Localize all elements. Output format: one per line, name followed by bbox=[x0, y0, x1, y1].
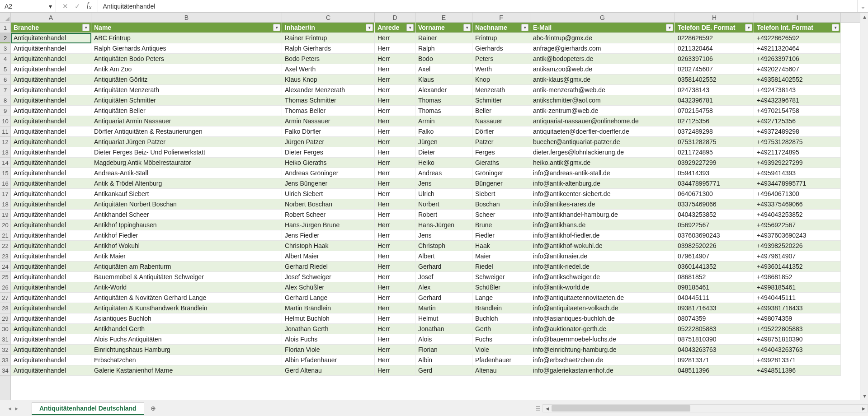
cell[interactable]: +49432396781 bbox=[754, 95, 841, 106]
cell[interactable]: Jens bbox=[415, 230, 472, 241]
sheet-next-icon[interactable]: ▸ bbox=[15, 405, 18, 412]
filter-dropdown-icon[interactable] bbox=[463, 24, 471, 31]
cell[interactable]: +49228626592 bbox=[754, 33, 841, 43]
row-header[interactable]: 20 bbox=[0, 220, 10, 230]
cell[interactable]: Asiantiques Buchloh bbox=[91, 313, 282, 324]
cell[interactable]: info@antiquitaeten-volkach.de bbox=[530, 303, 675, 313]
cell[interactable]: Ralph Gierhards Antiques bbox=[91, 43, 282, 54]
cell[interactable]: 0211724895 bbox=[675, 147, 754, 158]
row-header[interactable]: 21 bbox=[0, 230, 10, 241]
cell[interactable]: +49702154758 bbox=[754, 106, 841, 116]
row-header[interactable]: 16 bbox=[0, 178, 10, 189]
cell[interactable]: +49202745607 bbox=[754, 64, 841, 75]
cell[interactable]: Herr bbox=[375, 168, 415, 178]
cell[interactable]: +4940445111 bbox=[754, 293, 841, 303]
cell[interactable]: abc-frintrup@gmx.de bbox=[530, 33, 675, 43]
cell[interactable]: Antiquitätenhandel bbox=[11, 313, 91, 324]
cell[interactable]: Gerhard bbox=[415, 262, 472, 272]
cell[interactable]: +4924738143 bbox=[754, 85, 841, 95]
cell[interactable]: Bodo Peters bbox=[282, 54, 375, 64]
cell[interactable]: Gerth bbox=[472, 324, 530, 334]
cell[interactable]: Antiquitätenhandel bbox=[11, 54, 91, 64]
cell[interactable]: dieter.ferges@lohnlackierung.de bbox=[530, 147, 675, 158]
cell[interactable]: Antikhof Wokuhl bbox=[91, 241, 282, 251]
cell[interactable]: Gerd Altenau bbox=[282, 365, 375, 376]
table-header-cell[interactable]: Nachname bbox=[472, 23, 530, 33]
cell[interactable]: Antiquitätenhandel bbox=[11, 147, 91, 158]
cell[interactable]: Falko Dörfler bbox=[282, 126, 375, 137]
cell[interactable]: Antiquitäten & Novitäten Gerhard Lange bbox=[91, 293, 282, 303]
row-header[interactable]: 10 bbox=[0, 116, 10, 126]
row-header[interactable]: 3 bbox=[0, 43, 10, 54]
cell[interactable]: heiko.antik@gmx.de bbox=[530, 158, 675, 168]
cell[interactable]: antik-klaus@gmx.de bbox=[530, 75, 675, 85]
row-header[interactable]: 24 bbox=[0, 262, 10, 272]
cell[interactable]: Lange bbox=[472, 293, 530, 303]
cell[interactable]: antiquariat-nassauer@onlinehome.de bbox=[530, 116, 675, 126]
cell[interactable]: info@erbschaetzchen.de bbox=[530, 355, 675, 365]
cell[interactable]: Nassauer bbox=[472, 116, 530, 126]
table-header-cell[interactable]: Telefon DE. Format bbox=[675, 23, 754, 33]
cell[interactable]: Antiquitätenhandel bbox=[11, 85, 91, 95]
cell[interactable]: Thomas Schmitter bbox=[282, 95, 375, 106]
cell[interactable]: Jürgen bbox=[415, 137, 472, 147]
cell[interactable]: Antiquitätenhandel bbox=[11, 199, 91, 210]
row-header[interactable]: 5 bbox=[0, 64, 10, 75]
cell[interactable]: Magdeburg Antik Möbelrestaurator bbox=[91, 158, 282, 168]
cell[interactable]: Gerhard bbox=[415, 293, 472, 303]
scroll-down-icon[interactable]: ▾ bbox=[860, 392, 868, 400]
select-all-cell[interactable] bbox=[0, 13, 11, 23]
cell[interactable]: info@bauernmoebel-fuchs.de bbox=[530, 334, 675, 345]
cell[interactable]: info@antikhans.de bbox=[530, 220, 675, 230]
cell[interactable]: Antikhandel Gerth bbox=[91, 324, 282, 334]
cell[interactable]: Herr bbox=[375, 241, 415, 251]
cell[interactable]: Jonathan Gerth bbox=[282, 324, 375, 334]
cell[interactable]: Scheer bbox=[472, 210, 530, 220]
cell[interactable]: Florian bbox=[415, 345, 472, 355]
cell[interactable]: Alexander Menzerath bbox=[282, 85, 375, 95]
cell[interactable]: +4934478995771 bbox=[754, 178, 841, 189]
cell[interactable]: Gerhard Lange bbox=[282, 293, 375, 303]
cell[interactable]: Brändlein bbox=[472, 303, 530, 313]
cell[interactable]: 04043263763 bbox=[675, 345, 754, 355]
cell[interactable]: Antiquitätenhandel bbox=[11, 189, 91, 199]
cell[interactable]: Herr bbox=[375, 33, 415, 43]
column-header-A[interactable]: A bbox=[11, 13, 91, 22]
cell[interactable]: info@antikschweiger.de bbox=[530, 272, 675, 282]
table-header-cell[interactable]: Telefon Int. Format bbox=[754, 23, 841, 33]
cell[interactable]: Axel Werth bbox=[282, 64, 375, 75]
column-header-H[interactable]: H bbox=[675, 13, 754, 22]
cell[interactable]: Jürgen Patzer bbox=[282, 137, 375, 147]
hscroll-track[interactable] bbox=[551, 405, 859, 412]
sheet-tab-active[interactable]: Antiquitätenhandel Deutschland bbox=[32, 402, 144, 415]
cell[interactable]: Christoph bbox=[415, 241, 472, 251]
table-header-cell[interactable]: Vorname bbox=[415, 23, 472, 33]
cell[interactable]: Antiquitäten Beller bbox=[91, 106, 282, 116]
cell[interactable]: 098185461 bbox=[675, 282, 754, 293]
cell[interactable]: Herr bbox=[375, 313, 415, 324]
row-header[interactable]: 34 bbox=[0, 365, 10, 376]
cell[interactable]: +498074359 bbox=[754, 313, 841, 324]
filter-dropdown-icon[interactable] bbox=[82, 24, 90, 31]
cell[interactable]: info@antikmaier.de bbox=[530, 251, 675, 262]
cell[interactable]: Christoph Haak bbox=[282, 241, 375, 251]
cell[interactable]: Dörfler bbox=[472, 126, 530, 137]
cell[interactable]: Knop bbox=[472, 75, 530, 85]
cell[interactable]: Ferges bbox=[472, 147, 530, 158]
cell[interactable]: +4979614907 bbox=[754, 251, 841, 262]
cell[interactable]: Antiquitätenhandel bbox=[11, 241, 91, 251]
cell[interactable]: Rainer bbox=[415, 33, 472, 43]
cell[interactable]: Jens Büngener bbox=[282, 178, 375, 189]
cell[interactable]: Bauernmöbel & Antiquitäten Schweiger bbox=[91, 272, 282, 282]
cell[interactable]: Antiquitätenhandel bbox=[11, 220, 91, 230]
cell[interactable]: Helmut Buchloh bbox=[282, 313, 375, 324]
cell[interactable]: Robert Scheer bbox=[282, 210, 375, 220]
row-header[interactable]: 7 bbox=[0, 85, 10, 95]
row-header[interactable]: 2 bbox=[0, 33, 10, 43]
cell[interactable]: Robert bbox=[415, 210, 472, 220]
cell[interactable]: Antik & Trödel Altenburg bbox=[91, 178, 282, 189]
cell[interactable]: Ralph bbox=[415, 43, 472, 54]
cell[interactable]: Herr bbox=[375, 158, 415, 168]
cell[interactable]: Thomas bbox=[415, 95, 472, 106]
cell[interactable]: Herr bbox=[375, 324, 415, 334]
